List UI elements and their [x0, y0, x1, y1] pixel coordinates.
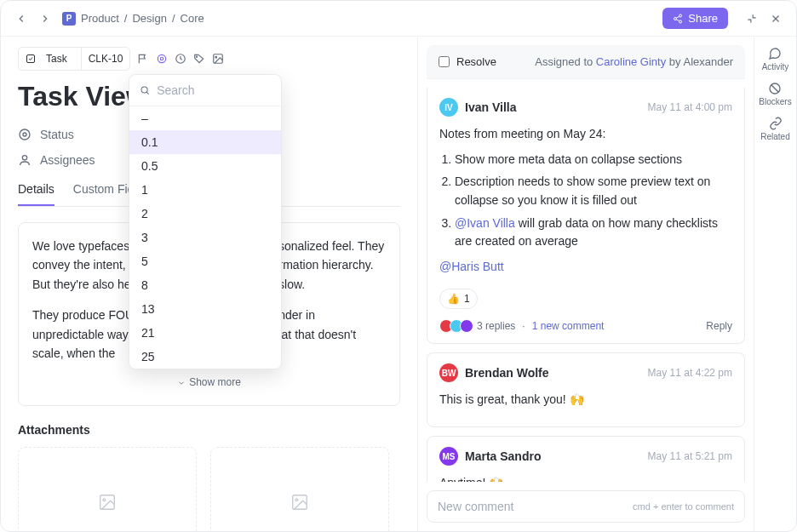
svg-point-9 [161, 57, 164, 60]
svg-point-16 [22, 156, 26, 160]
mention[interactable]: @Ivan Villa [455, 216, 515, 230]
sidebar-related[interactable]: Related [760, 117, 789, 141]
dropdown-search-input[interactable] [157, 83, 271, 97]
assignee-link[interactable]: Caroline Ginty [596, 55, 666, 68]
svg-line-22 [146, 92, 149, 94]
dropdown-option[interactable]: 13 [129, 297, 281, 321]
task-id-pill[interactable]: Task CLK-10 [18, 47, 130, 71]
svg-point-13 [215, 56, 217, 58]
tab-custom-fields[interactable]: Custom Fie [73, 182, 135, 206]
comment-time: May 11 at 5:21 pm [648, 450, 732, 462]
flag-icon[interactable] [137, 53, 149, 65]
close-button[interactable] [765, 9, 786, 29]
dropdown-option[interactable]: 2 [129, 202, 281, 226]
dropdown-option[interactable]: 21 [129, 321, 281, 345]
dropdown-option[interactable]: – [129, 106, 281, 130]
compose-input[interactable]: New comment cmd + enter to comment [427, 490, 745, 523]
search-icon [140, 84, 150, 96]
svg-point-1 [674, 17, 677, 20]
svg-point-21 [141, 87, 147, 93]
dropdown-option[interactable]: 25 [129, 345, 281, 369]
sidebar-activity[interactable]: Activity [762, 47, 789, 72]
dropdown-option[interactable]: 0.1 [129, 130, 281, 154]
attachment-slot[interactable] [18, 447, 197, 531]
show-more-button[interactable]: Show more [32, 375, 386, 391]
reply-avatars [439, 319, 470, 333]
sprint-points-icon[interactable] [156, 53, 168, 65]
collapse-icon[interactable] [742, 9, 762, 29]
attachments-heading: Attachments [18, 423, 400, 437]
comment-time: May 11 at 4:00 pm [648, 101, 732, 113]
back-button[interactable] [11, 9, 32, 29]
mention[interactable]: @Haris Butt [439, 260, 504, 273]
product-badge-icon: P [62, 12, 76, 26]
svg-point-14 [20, 129, 30, 140]
svg-line-4 [677, 19, 680, 20]
svg-line-3 [677, 16, 680, 18]
dropdown-option[interactable]: 3 [129, 226, 281, 249]
dropdown-option[interactable]: 0.5 [129, 154, 281, 178]
tag-icon[interactable] [193, 53, 205, 65]
svg-point-18 [103, 498, 106, 501]
reply-button[interactable]: Reply [706, 320, 732, 332]
resolve-bar: Resolve Assigned to Caroline Ginty by Al… [427, 45, 745, 79]
avatar: IV [439, 98, 458, 117]
svg-point-11 [197, 56, 198, 57]
comment: BW Brendan Wolfe May 11 at 4:22 pm This … [427, 352, 745, 427]
svg-point-8 [158, 54, 166, 62]
dropdown-option[interactable]: 5 [129, 249, 281, 273]
points-dropdown: –0.10.512358132125 [129, 74, 282, 369]
svg-point-15 [23, 133, 26, 136]
comment-author: Marta Sandro [465, 449, 541, 463]
avatar: BW [439, 363, 458, 382]
compose-hint: cmd + enter to comment [633, 501, 734, 512]
forward-button[interactable] [35, 9, 55, 29]
comment-author: Ivan Villa [465, 100, 516, 114]
new-comment-indicator[interactable]: 1 new comment [532, 320, 605, 332]
time-icon[interactable] [175, 53, 186, 65]
comment: MS Marta Sandro May 11 at 5:21 pm Anytim… [427, 436, 745, 482]
comment-author: Brendan Wolfe [465, 366, 549, 380]
dropdown-option[interactable]: 8 [129, 273, 281, 297]
svg-point-0 [679, 14, 682, 17]
tab-details[interactable]: Details [18, 182, 54, 206]
resolve-checkbox[interactable] [439, 56, 450, 67]
attachment-slot[interactable] [210, 447, 389, 531]
reaction-button[interactable]: 👍 1 [439, 289, 478, 310]
breadcrumb[interactable]: P Product / Design / Core [62, 12, 204, 26]
svg-point-20 [295, 498, 298, 501]
share-button[interactable]: Share [662, 8, 728, 29]
comment-time: May 11 at 4:22 pm [648, 367, 732, 379]
image-icon[interactable] [212, 53, 224, 65]
dropdown-option[interactable]: 1 [129, 178, 281, 202]
sidebar-blockers[interactable]: Blockers [759, 82, 791, 106]
svg-line-24 [771, 85, 778, 92]
comment: IV Ivan Villa May 11 at 4:00 pm Notes fr… [427, 88, 745, 344]
avatar: MS [439, 447, 458, 466]
svg-rect-7 [27, 55, 35, 63]
svg-point-2 [679, 20, 682, 23]
